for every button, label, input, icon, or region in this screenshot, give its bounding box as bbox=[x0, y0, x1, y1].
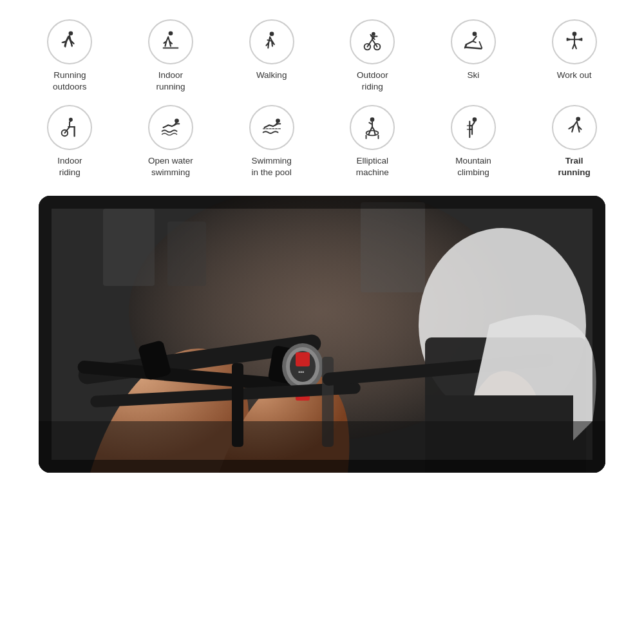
svg-point-3 bbox=[269, 32, 274, 36]
indoor-running-icon-circle bbox=[148, 19, 193, 64]
cycling-photo: 12 ■■■ bbox=[39, 196, 605, 473]
svg-point-1 bbox=[169, 31, 173, 35]
activity-running-outdoors: Runningoutdoors bbox=[28, 19, 111, 92]
trail-running-icon bbox=[562, 115, 587, 140]
svg-rect-33 bbox=[167, 222, 206, 286]
svg-rect-34 bbox=[361, 202, 425, 292]
svg-point-21 bbox=[370, 117, 375, 122]
svg-rect-32 bbox=[103, 209, 155, 286]
activity-walking: Walking bbox=[230, 19, 314, 81]
svg-point-0 bbox=[69, 31, 73, 35]
open-water-swimming-icon bbox=[158, 115, 183, 140]
activity-indoor-riding: Indoorriding bbox=[28, 105, 111, 178]
activity-ski: Ski bbox=[431, 19, 515, 81]
swimming-pool-label: Swimmingin the pool bbox=[251, 155, 291, 178]
trail-running-label: Trailrunning bbox=[558, 155, 590, 178]
activity-mountain-climbing: Mountainclimbing bbox=[431, 105, 515, 178]
activity-open-water-swimming: Open waterswimming bbox=[129, 105, 213, 178]
outdoor-riding-label: Outdoorriding bbox=[357, 70, 388, 92]
running-outdoors-icon-circle bbox=[47, 19, 92, 64]
running-outdoors-label: Runningoutdoors bbox=[53, 70, 87, 92]
ski-icon-circle bbox=[451, 19, 496, 64]
walking-icon bbox=[260, 30, 284, 54]
walking-label: Walking bbox=[256, 70, 287, 81]
activity-swimming-pool: Swimmingin the pool bbox=[230, 105, 314, 178]
svg-point-25 bbox=[473, 117, 477, 122]
activity-elliptical: Ellipticalmachine bbox=[330, 105, 414, 178]
walking-icon-circle bbox=[249, 19, 294, 64]
activity-indoor-running: Indoorrunning bbox=[129, 19, 213, 92]
elliptical-label: Ellipticalmachine bbox=[356, 155, 389, 178]
svg-point-29 bbox=[576, 117, 580, 121]
mountain-climbing-label: Mountainclimbing bbox=[455, 155, 491, 178]
indoor-riding-icon-circle bbox=[47, 105, 92, 150]
work-out-icon-circle bbox=[552, 19, 597, 64]
mountain-climbing-icon bbox=[461, 115, 486, 140]
mountain-climbing-icon-circle bbox=[451, 105, 496, 150]
trail-running-icon-circle bbox=[552, 105, 597, 150]
activity-work-out: Work out bbox=[533, 19, 616, 81]
ski-label: Ski bbox=[468, 70, 480, 81]
running-outdoors-icon bbox=[57, 30, 82, 54]
svg-point-10 bbox=[572, 32, 576, 36]
svg-text:■■■: ■■■ bbox=[298, 370, 304, 374]
activity-outdoor-riding: Outdoorriding bbox=[330, 19, 414, 92]
svg-point-7 bbox=[473, 32, 477, 36]
swimming-pool-icon-circle bbox=[249, 105, 294, 150]
outdoor-riding-icon-circle bbox=[350, 19, 395, 64]
ski-icon bbox=[461, 30, 486, 54]
photo-placeholder: 12 ■■■ bbox=[39, 196, 605, 473]
svg-point-22 bbox=[366, 131, 379, 136]
elliptical-icon bbox=[360, 115, 384, 140]
work-out-label: Work out bbox=[557, 70, 592, 81]
svg-rect-14 bbox=[580, 38, 582, 41]
elliptical-icon-circle bbox=[350, 105, 395, 150]
indoor-running-label: Indoorrunning bbox=[156, 70, 185, 92]
swimming-pool-icon bbox=[260, 115, 284, 140]
outdoor-riding-icon bbox=[360, 30, 384, 54]
activity-row-1: Runningoutdoors Indoorrunning bbox=[6, 13, 638, 99]
photo-svg: 12 ■■■ bbox=[39, 196, 605, 473]
indoor-running-icon bbox=[158, 30, 183, 54]
activities-grid: Runningoutdoors Indoorrunning bbox=[6, 13, 638, 184]
work-out-icon bbox=[562, 30, 587, 54]
activity-row-2: Indoorriding Open waterswimming bbox=[6, 99, 638, 184]
svg-rect-13 bbox=[566, 38, 568, 41]
main-container: Runningoutdoors Indoorrunning bbox=[0, 0, 644, 644]
indoor-riding-icon bbox=[57, 115, 82, 140]
svg-point-4 bbox=[372, 32, 375, 36]
open-water-swimming-label: Open waterswimming bbox=[148, 155, 193, 178]
activity-trail-running: Trailrunning bbox=[533, 105, 616, 178]
open-water-swimming-icon-circle bbox=[148, 105, 193, 150]
svg-rect-47 bbox=[296, 352, 310, 366]
svg-line-9 bbox=[479, 42, 482, 48]
indoor-riding-label: Indoorriding bbox=[57, 155, 82, 178]
